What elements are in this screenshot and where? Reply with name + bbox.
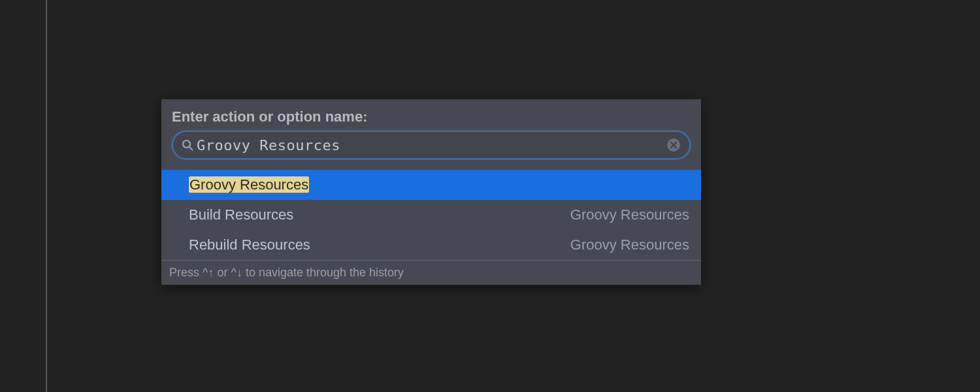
clear-icon[interactable]	[666, 137, 681, 153]
result-label: Groovy Resources	[189, 176, 309, 193]
svg-line-1	[189, 147, 193, 150]
result-item-build-resources[interactable]: Build Resources Groovy Resources	[161, 200, 701, 230]
result-category: Groovy Resources	[570, 206, 689, 223]
result-label: Build Resources	[189, 206, 293, 223]
results-list: Groovy Resources Build Resources Groovy …	[161, 170, 701, 260]
result-label: Rebuild Resources	[189, 237, 310, 253]
result-item-groovy-resources[interactable]: Groovy Resources	[161, 170, 701, 200]
panel-divider	[46, 0, 47, 392]
search-icon	[181, 139, 194, 152]
search-input[interactable]	[197, 137, 666, 154]
find-action-popup: Enter action or option name: Groovy Reso…	[161, 99, 701, 285]
search-box[interactable]	[172, 131, 691, 159]
result-category: Groovy Resources	[570, 237, 689, 253]
popup-footer-hint: Press ^↑ or ^↓ to navigate through the h…	[161, 260, 701, 285]
popup-header: Enter action or option name:	[161, 99, 701, 166]
result-item-rebuild-resources[interactable]: Rebuild Resources Groovy Resources	[161, 230, 701, 260]
popup-title: Enter action or option name:	[172, 108, 691, 125]
